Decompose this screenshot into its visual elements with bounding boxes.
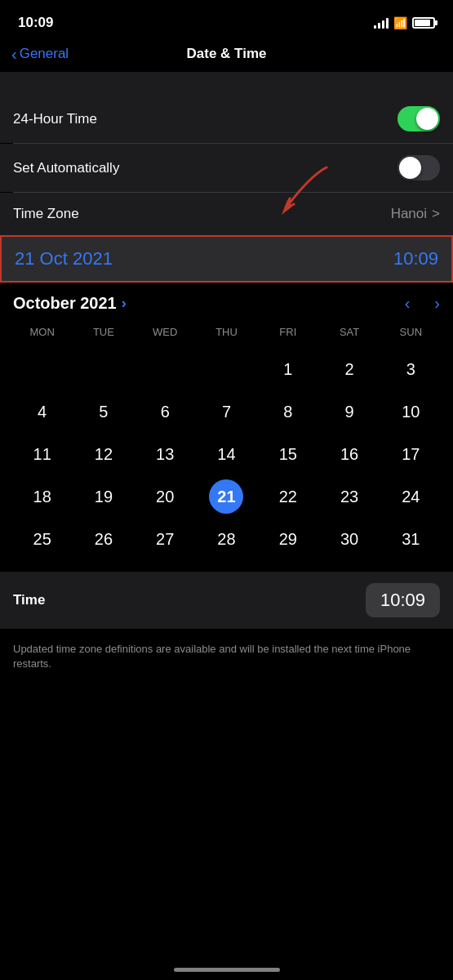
calendar-day-wrapper: 2 xyxy=(318,348,380,390)
back-button[interactable]: ‹ General xyxy=(11,45,69,64)
dow-thu: THU xyxy=(196,321,257,343)
time-label: Time xyxy=(13,592,45,608)
calendar-day-wrapper: 8 xyxy=(257,390,318,433)
calendar-day[interactable]: 12 xyxy=(95,433,113,475)
calendar-day-wrapper: 9 xyxy=(318,390,380,433)
calendar-day[interactable]: 16 xyxy=(340,433,358,475)
calendar-day-wrapper: 26 xyxy=(73,518,134,560)
calendar-day[interactable]: 17 xyxy=(402,433,420,475)
dow-sun: SUN xyxy=(380,321,442,343)
calendar-day-wrapper: 28 xyxy=(196,518,257,560)
24hour-time-label: 24-Hour Time xyxy=(13,111,97,127)
page-title: Date & Time xyxy=(187,46,267,62)
24hour-time-toggle[interactable] xyxy=(397,106,440,131)
calendar-month-chevron-icon[interactable]: › xyxy=(122,295,127,312)
calendar-day-wrapper xyxy=(196,348,257,390)
calendar-day[interactable]: 14 xyxy=(217,433,235,475)
calendar-day[interactable]: 9 xyxy=(345,390,354,433)
section-divider-top xyxy=(0,72,453,95)
calendar-day-wrapper xyxy=(73,348,134,390)
set-automatically-toggle-thumb xyxy=(399,157,421,179)
set-automatically-label: Set Automatically xyxy=(13,160,119,176)
calendar-day-wrapper: 5 xyxy=(73,390,134,433)
calendar-day[interactable]: 8 xyxy=(283,390,292,433)
calendar-day[interactable]: 5 xyxy=(99,390,108,433)
calendar-day-wrapper: 4 xyxy=(11,390,73,433)
calendar-day-wrapper xyxy=(135,348,196,390)
datetime-picker-row[interactable]: 21 Oct 2021 10:09 xyxy=(0,235,453,283)
calendar-day[interactable]: 4 xyxy=(38,390,47,433)
calendar-day[interactable]: 1 xyxy=(283,348,292,390)
nav-bar: ‹ General Date & Time xyxy=(0,41,453,72)
calendar-day-wrapper: 30 xyxy=(318,518,380,560)
calendar-day[interactable]: 10 xyxy=(402,390,420,433)
calendar-day-wrapper: 6 xyxy=(135,390,196,433)
calendar-day[interactable]: 26 xyxy=(95,518,113,560)
days-of-week: MON TUE WED THU FRI SAT SUN xyxy=(8,321,445,343)
timezone-chevron-icon: > xyxy=(432,206,440,222)
calendar-day-wrapper: 18 xyxy=(11,475,73,518)
calendar-day[interactable]: 13 xyxy=(156,433,174,475)
calendar-day[interactable]: 24 xyxy=(402,475,420,518)
time-section: Time 10:09 xyxy=(0,572,453,629)
calendar-day[interactable]: 28 xyxy=(217,518,235,560)
calendar-day-selected[interactable]: 21 xyxy=(209,479,243,514)
calendar-day-wrapper: 23 xyxy=(318,475,380,518)
calendar-day-wrapper: 31 xyxy=(380,518,442,560)
24hour-time-row: 24-Hour Time xyxy=(0,95,453,143)
calendar-day[interactable]: 31 xyxy=(402,518,420,560)
calendar-day-wrapper: 13 xyxy=(135,433,196,475)
calendar-day-wrapper: 1 xyxy=(257,348,318,390)
calendar-day[interactable]: 22 xyxy=(279,475,297,518)
status-time: 10:09 xyxy=(18,15,53,31)
calendar-day[interactable]: 2 xyxy=(345,348,354,390)
status-icons: 📶 xyxy=(374,16,435,29)
calendar-nav: ‹ › xyxy=(405,294,440,313)
calendar-day-wrapper: 19 xyxy=(73,475,134,518)
timezone-value: Hanoi xyxy=(391,206,427,222)
calendar-day-wrapper: 15 xyxy=(257,433,318,475)
calendar-day-wrapper: 16 xyxy=(318,433,380,475)
calendar-day[interactable]: 23 xyxy=(340,475,358,518)
dow-sat: SAT xyxy=(318,321,380,343)
time-value[interactable]: 10:09 xyxy=(366,583,440,617)
calendar-day[interactable]: 18 xyxy=(33,475,51,518)
calendar-day[interactable]: 3 xyxy=(406,348,415,390)
calendar-day[interactable]: 20 xyxy=(156,475,174,518)
calendar-day-wrapper: 3 xyxy=(380,348,442,390)
calendar-day-wrapper: 20 xyxy=(135,475,196,518)
timezone-row[interactable]: Time Zone Hanoi > xyxy=(0,193,453,235)
dow-wed: WED xyxy=(135,321,196,343)
24hour-time-toggle-thumb xyxy=(416,108,438,130)
calendar-day[interactable]: 15 xyxy=(279,433,297,475)
calendar-day[interactable]: 19 xyxy=(95,475,113,518)
set-automatically-toggle[interactable] xyxy=(397,155,440,180)
calendar-day-wrapper: 25 xyxy=(11,518,73,560)
calendar-day[interactable]: 25 xyxy=(33,518,51,560)
picker-date: 21 Oct 2021 xyxy=(15,248,113,270)
calendar-day-wrapper: 14 xyxy=(196,433,257,475)
timezone-value-group: Hanoi > xyxy=(391,206,440,222)
calendar-next-button[interactable]: › xyxy=(434,294,440,313)
calendar-day[interactable]: 6 xyxy=(161,390,170,433)
back-label: General xyxy=(20,46,69,62)
calendar-day[interactable]: 27 xyxy=(156,518,174,560)
dow-tue: TUE xyxy=(73,321,134,343)
calendar-day[interactable]: 11 xyxy=(33,433,51,475)
calendar-day[interactable]: 30 xyxy=(340,518,358,560)
calendar-day[interactable]: 29 xyxy=(279,518,297,560)
set-automatically-row: Set Automatically xyxy=(0,144,453,192)
calendar-grid: 1234567891011121314151617181920212223242… xyxy=(8,348,445,560)
calendar-day-wrapper: 17 xyxy=(380,433,442,475)
calendar-day[interactable]: 7 xyxy=(222,390,231,433)
wifi-icon: 📶 xyxy=(393,16,407,29)
calendar-day-wrapper: 10 xyxy=(380,390,442,433)
calendar-day-wrapper: 29 xyxy=(257,518,318,560)
calendar-day-wrapper: 11 xyxy=(11,433,73,475)
dow-fri: FRI xyxy=(257,321,318,343)
calendar-prev-button[interactable]: ‹ xyxy=(405,294,411,313)
timezone-label: Time Zone xyxy=(13,206,79,222)
calendar-day-wrapper: 21 xyxy=(196,475,257,518)
back-chevron-icon: ‹ xyxy=(11,45,17,64)
bottom-note-text: Updated time zone definitions are availa… xyxy=(13,643,411,670)
